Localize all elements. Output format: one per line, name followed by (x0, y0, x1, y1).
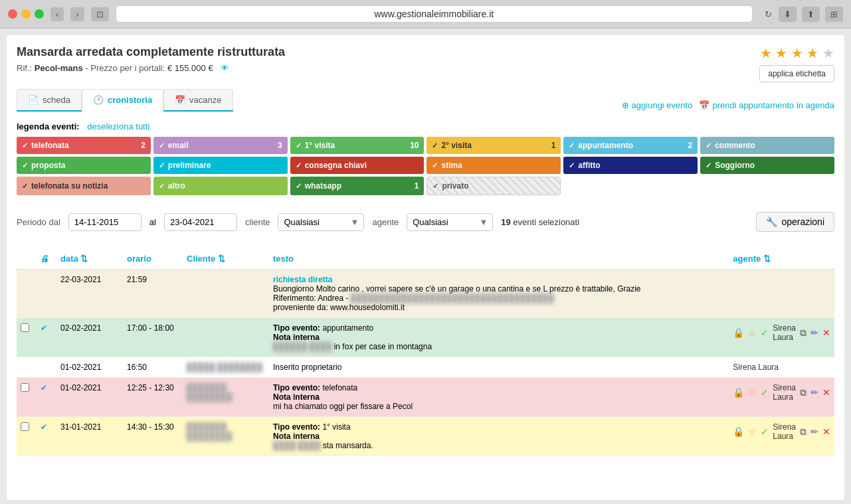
legend-altro[interactable]: ✓ altro (153, 177, 288, 195)
legend-grid: ✓ telefonata 2 ✓ email 3 ✓ 1° visita 10 … (17, 137, 834, 195)
forward-button[interactable]: › (70, 7, 84, 21)
th-agent[interactable]: agente ⇅ (729, 248, 834, 270)
check-icon: ✓ (296, 161, 302, 170)
calendar-icon: 📅 (699, 100, 709, 110)
row-client (183, 270, 269, 318)
tabs-row: 📄 scheda 🕐 cronistoria 📅 vacanze ⊕ aggiu… (17, 89, 834, 122)
star-icon[interactable]: ☆ (748, 426, 757, 437)
edit-icon[interactable]: ✏ (810, 426, 818, 437)
date-to-input[interactable] (164, 213, 237, 231)
client-select[interactable]: Qualsiasi (278, 213, 364, 231)
lock-icon[interactable]: 🔒 (733, 426, 744, 437)
row-agent: 🔒 ☆ ✓ Sirena Laura ⧉ ✏ ✕ (729, 378, 834, 417)
row-flag: ✔ (37, 378, 56, 417)
star-icon[interactable]: ☆ (748, 387, 757, 398)
reload-icon[interactable]: ↻ (765, 9, 772, 19)
tick-icon[interactable]: ✓ (761, 387, 769, 398)
edit-icon[interactable]: ✏ (810, 387, 818, 398)
check-icon: ✓ (432, 141, 438, 150)
th-date[interactable]: data ⇅ (56, 248, 123, 270)
close-button[interactable] (8, 9, 17, 19)
window-icon: ⊡ (91, 7, 109, 21)
check-flag-icon: ✔ (41, 323, 47, 333)
cronistoria-icon: 🕐 (93, 95, 104, 105)
appointment-button[interactable]: 📅 prendi appuntamento in agenda (699, 100, 834, 110)
legend-affitto[interactable]: ✓ affitto (563, 157, 698, 174)
vacanze-icon: 📅 (175, 95, 185, 105)
agent-select[interactable]: Qualsiasi (407, 213, 493, 231)
download-button[interactable]: ⬇ (779, 7, 797, 22)
tab-cronistoria[interactable]: 🕐 cronistoria (82, 89, 163, 112)
copy-icon[interactable]: ⧉ (800, 426, 806, 438)
star-icon[interactable]: ☆ (748, 327, 757, 338)
legend-telefonata[interactable]: ✓ telefonata 2 (17, 137, 151, 154)
property-header: Mansarda arredata completamente ristrutt… (17, 45, 834, 82)
blurred-client: █████ ████████ (187, 363, 262, 372)
check-icon: ✓ (159, 161, 165, 170)
date-to-label: al (149, 217, 156, 227)
legend-proposta[interactable]: ✓ proposta (17, 157, 151, 174)
date-from-input[interactable] (68, 213, 142, 231)
delete-icon[interactable]: ✕ (822, 426, 830, 437)
delete-icon[interactable]: ✕ (822, 327, 830, 338)
row-checkbox[interactable] (21, 323, 29, 332)
star-3: ★ (791, 46, 803, 60)
lock-icon[interactable]: 🔒 (733, 327, 744, 338)
apply-label-button[interactable]: applica etichetta (759, 65, 834, 82)
url-bar[interactable]: www.gestionaleimmobiliare.it (116, 5, 753, 23)
lock-icon[interactable]: 🔒 (733, 387, 744, 398)
legend-privato[interactable]: ✓ privato (426, 177, 561, 195)
row-checkbox[interactable] (21, 383, 29, 392)
legend-whatsapp[interactable]: ✓ whatsapp 1 (290, 177, 425, 195)
row-checkbox[interactable] (21, 422, 29, 431)
tab-vacanze[interactable]: 📅 vacanze (163, 89, 233, 110)
delete-icon[interactable]: ✕ (822, 387, 830, 398)
blurred-client: ███████ ████████ (187, 422, 232, 441)
row-text: Tipo evento: appuntamento Nota interna █… (269, 318, 729, 357)
legend-2visita[interactable]: ✓ 2° visita 1 (426, 137, 561, 154)
row-actions: 🔒 ☆ ✓ Sirena Laura ⧉ ✏ ✕ (733, 383, 830, 402)
legend-commento[interactable]: ✓ commento (700, 137, 834, 154)
minimize-button[interactable] (21, 9, 31, 19)
legend-soggiorno[interactable]: ✓ Soggiorno (700, 157, 834, 174)
operations-button[interactable]: 🔧 operazioni (756, 212, 834, 232)
row-check[interactable] (17, 378, 37, 417)
tick-icon[interactable]: ✓ (761, 426, 769, 437)
check-flag-icon: ✔ (41, 383, 47, 392)
row-flag (37, 357, 56, 378)
row-check[interactable] (17, 417, 37, 456)
fullscreen-button[interactable]: ⊞ (825, 7, 843, 22)
th-print[interactable]: 🖨 (37, 248, 56, 270)
copy-icon[interactable]: ⧉ (800, 327, 806, 339)
th-client[interactable]: Cliente ⇅ (183, 248, 269, 270)
check-flag-icon: ✔ (41, 422, 47, 432)
table-row: ✔ 01-02-2021 12:25 - 12:30 ███████ █████… (17, 378, 834, 417)
event-title-link[interactable]: richiesta diretta (273, 275, 332, 284)
property-ref: Rif.: Pecol-mans - Prezzo per i portali:… (17, 63, 285, 73)
add-event-button[interactable]: ⊕ aggiungi evento (622, 100, 693, 110)
legend-consegna[interactable]: ✓ consegna chiavi (290, 157, 425, 174)
row-check[interactable] (17, 318, 37, 357)
legend-stima[interactable]: ✓ stima (426, 157, 561, 174)
copy-icon[interactable]: ⧉ (800, 387, 806, 398)
edit-icon[interactable]: ✏ (810, 327, 818, 338)
share-button[interactable]: ⬆ (802, 7, 820, 22)
check-icon: ✓ (22, 182, 28, 191)
filters-bar: Periodo dal al cliente Qualsiasi ▼ agent… (17, 205, 834, 238)
tab-scheda[interactable]: 📄 scheda (17, 89, 82, 110)
legend-email[interactable]: ✓ email 3 (153, 137, 288, 154)
row-date: 22-03-2021 (56, 270, 123, 318)
legend-1visita[interactable]: ✓ 1° visita 10 (290, 137, 425, 154)
maximize-button[interactable] (35, 9, 44, 19)
visibility-icon[interactable]: 👁 (221, 63, 229, 73)
legend-telefonata-notizia[interactable]: ✓ telefonata su notizia (17, 177, 151, 195)
deselect-all-link[interactable]: deseleziona tutti (87, 122, 149, 131)
row-text: Tipo evento: 1° visita Nota interna ████… (269, 417, 729, 456)
th-check (17, 248, 37, 270)
row-actions: 🔒 ☆ ✓ Sirena Laura ⧉ ✏ ✕ (733, 323, 830, 342)
legend-preliminare[interactable]: ✓ preliminare (153, 157, 288, 174)
back-button[interactable]: ‹ (50, 7, 64, 21)
legend-appuntamento[interactable]: ✓ appuntamento 2 (563, 137, 698, 154)
tick-icon[interactable]: ✓ (761, 327, 769, 338)
star-rating[interactable]: ★ ★ ★ ★ ★ (759, 45, 834, 61)
